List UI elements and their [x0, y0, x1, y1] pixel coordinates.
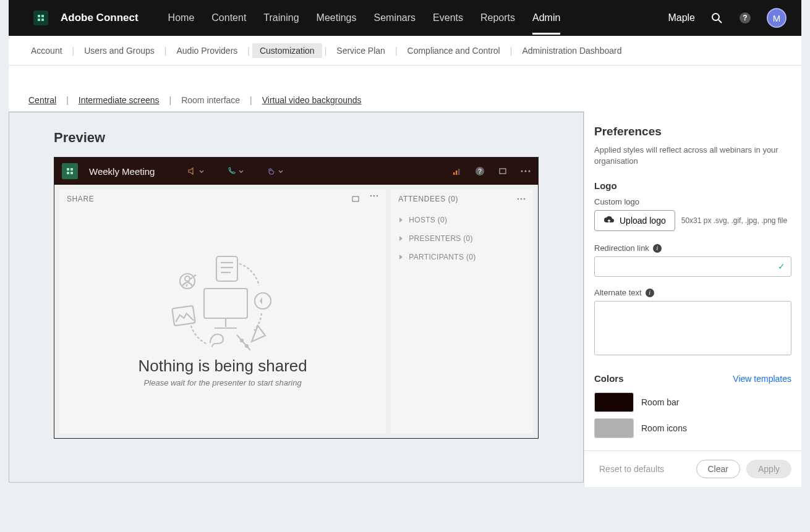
pod-menu-icon — [517, 198, 526, 200]
room-bar: Weekly Meeting — [54, 158, 538, 185]
phone-icon — [226, 166, 244, 176]
subnav-compliance-and-control[interactable]: Compliance and Control — [400, 43, 508, 58]
app-logo-icon — [33, 11, 48, 25]
room-left-icons — [187, 166, 283, 176]
svg-point-28 — [241, 339, 243, 342]
svg-point-31 — [521, 198, 522, 200]
tab-room-interface[interactable]: Room interface — [176, 95, 245, 105]
custom-logo-label: Custom logo — [594, 197, 791, 206]
share-illustration-icon — [164, 251, 281, 357]
preferences-title: Preferences — [594, 125, 791, 138]
preferences-panel: Preferences Applied styles will reflect … — [584, 111, 801, 487]
attendee-group[interactable]: PRESENTERS (0) — [391, 229, 533, 248]
subnav-account[interactable]: Account — [23, 43, 70, 58]
room-preview: Weekly Meeting — [54, 157, 539, 439]
room-logo-icon — [62, 163, 78, 179]
search-icon[interactable] — [710, 11, 723, 25]
more-icon — [521, 170, 531, 172]
svg-text:?: ? — [743, 14, 747, 22]
nav-home[interactable]: Home — [168, 1, 195, 35]
svg-point-26 — [255, 293, 271, 309]
attendee-group-label: PARTICIPANTS (0) — [409, 253, 475, 261]
clear-button[interactable]: Clear — [696, 460, 740, 478]
color-row: Room bar — [594, 392, 791, 412]
attendees-pod: ATTENDEES (0) HOSTS (0)PRESENTERS (0)PAR… — [391, 190, 533, 433]
brand: Adobe Connect — [33, 11, 139, 25]
fullscreen-icon — [498, 167, 507, 175]
svg-rect-27 — [172, 306, 195, 326]
svg-point-16 — [377, 195, 378, 197]
alt-text-input[interactable] — [594, 301, 791, 355]
reset-defaults-link[interactable]: Reset to defaults — [599, 464, 664, 474]
nav-admin[interactable]: Admin — [532, 1, 560, 35]
redirect-label: Redirection link i — [594, 243, 791, 253]
tab-central[interactable]: Central — [23, 95, 61, 105]
svg-point-11 — [525, 171, 527, 172]
subnav-audio-providers[interactable]: Audio Providers — [169, 43, 245, 58]
svg-rect-20 — [216, 256, 237, 281]
nav-meetings[interactable]: Meetings — [317, 1, 357, 35]
svg-point-0 — [712, 14, 719, 20]
subnav-customization[interactable]: Customization — [252, 43, 322, 58]
upload-icon — [603, 216, 615, 225]
color-label: Room icons — [641, 423, 687, 433]
color-label: Room bar — [641, 397, 679, 407]
info-icon[interactable]: i — [646, 289, 654, 297]
room-help-icon: ? — [475, 166, 485, 176]
nav-content[interactable]: Content — [211, 1, 246, 35]
primary-nav: HomeContentTrainingMeetingsSeminarsEvent… — [168, 1, 561, 35]
view-templates-link[interactable]: View templates — [733, 374, 791, 384]
svg-point-10 — [521, 171, 523, 172]
nav-reports[interactable]: Reports — [480, 1, 515, 35]
pod-menu-icon — [370, 195, 378, 203]
svg-line-1 — [718, 20, 722, 23]
avatar[interactable]: M — [767, 8, 787, 28]
nav-training[interactable]: Training — [263, 1, 299, 35]
color-swatch[interactable] — [594, 392, 634, 412]
preview-column: Preview Weekly Meeting — [9, 111, 584, 487]
nav-events[interactable]: Events — [433, 1, 463, 35]
svg-rect-4 — [453, 172, 455, 175]
room-title: Weekly Meeting — [89, 166, 155, 177]
svg-rect-6 — [458, 169, 460, 175]
info-icon[interactable]: i — [653, 244, 662, 253]
redirect-input[interactable] — [594, 256, 791, 277]
upload-logo-button[interactable]: Upload logo — [594, 210, 675, 231]
customization-tabs: Central|Intermediate screens|Room interf… — [9, 65, 801, 111]
preferences-footer: Reset to defaults Clear Apply — [584, 450, 801, 487]
subnav-users-and-groups[interactable]: Users and Groups — [77, 43, 162, 58]
nav-seminars[interactable]: Seminars — [373, 1, 416, 35]
share-pod-title: SHARE — [67, 195, 94, 203]
tab-intermediate-screens[interactable]: Intermediate screens — [74, 95, 164, 105]
upload-hint: 50x31 px .svg, .gif, .jpg, .png file — [681, 216, 787, 225]
signal-icon — [453, 167, 461, 175]
brand-name: Adobe Connect — [61, 12, 139, 24]
pod-fullscreen-icon — [351, 195, 360, 203]
check-icon: ✓ — [778, 261, 785, 271]
logo-section-title: Logo — [594, 180, 791, 191]
color-swatch[interactable] — [594, 418, 634, 438]
help-icon[interactable]: ? — [738, 11, 752, 25]
color-row: Room icons — [594, 418, 791, 438]
tab-virtual-video-backgrounds[interactable]: Virtual video backgrounds — [257, 95, 367, 105]
attendees-pod-title: ATTENDEES (0) — [398, 195, 458, 203]
attendee-group[interactable]: HOSTS (0) — [391, 211, 533, 229]
subnav-administration-dashboard[interactable]: Administration Dashboard — [514, 43, 629, 58]
hand-icon — [266, 166, 283, 176]
attendee-group-label: HOSTS (0) — [409, 216, 447, 224]
speaker-icon — [187, 166, 204, 176]
chevron-right-icon — [399, 255, 403, 260]
attendee-group[interactable]: PARTICIPANTS (0) — [391, 248, 533, 266]
share-empty-title: Nothing is being shared — [139, 357, 307, 376]
svg-point-15 — [373, 195, 375, 197]
share-empty-subtitle: Please wait for the presenter to start s… — [144, 378, 302, 387]
attendee-group-label: PRESENTERS (0) — [409, 234, 473, 243]
preferences-description: Applied styles will reflect across all w… — [594, 145, 791, 167]
apply-button[interactable]: Apply — [746, 460, 791, 478]
subnav-service-plan[interactable]: Service Plan — [329, 43, 393, 58]
svg-point-32 — [524, 198, 526, 200]
top-right: Maple ? M — [668, 8, 787, 28]
current-user-name[interactable]: Maple — [668, 12, 695, 23]
svg-rect-9 — [500, 169, 506, 174]
preview-title: Preview — [54, 130, 539, 146]
